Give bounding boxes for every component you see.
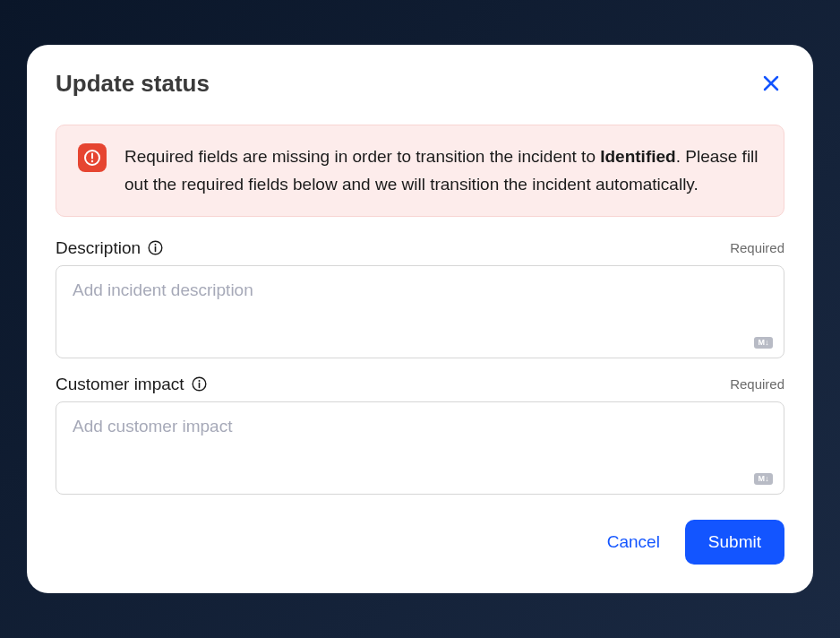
markdown-icon: M↓ <box>754 337 773 349</box>
svg-point-9 <box>198 380 200 382</box>
customer-impact-textarea-wrap: M↓ <box>56 401 784 495</box>
markdown-icon: M↓ <box>754 473 773 485</box>
modal-header: Update status <box>56 70 784 99</box>
modal-footer: Cancel Submit <box>56 520 784 565</box>
close-icon <box>761 73 781 96</box>
alert-banner: Required fields are missing in order to … <box>56 125 784 217</box>
customer-impact-label: Customer impact <box>56 375 207 394</box>
description-field-group: Description Required M↓ <box>56 238 784 358</box>
close-button[interactable] <box>758 70 784 99</box>
svg-point-4 <box>91 160 93 162</box>
modal-title: Update status <box>56 70 210 98</box>
info-icon[interactable] <box>192 376 207 392</box>
update-status-modal: Update status Required fields are missin… <box>27 45 813 593</box>
cancel-button[interactable]: Cancel <box>604 525 664 559</box>
alert-prefix: Required fields are missing in order to … <box>124 147 600 166</box>
customer-impact-field-group: Customer impact Required M↓ <box>56 375 784 495</box>
description-textarea[interactable] <box>56 266 784 354</box>
submit-button[interactable]: Submit <box>685 520 784 565</box>
alert-text: Required fields are missing in order to … <box>124 143 762 198</box>
field-label-row: Customer impact Required <box>56 375 784 394</box>
alert-icon <box>78 143 107 172</box>
description-textarea-wrap: M↓ <box>56 265 784 358</box>
info-icon[interactable] <box>148 240 163 255</box>
alert-status: Identified <box>600 147 675 166</box>
field-label-row: Description Required <box>56 238 784 258</box>
customer-impact-label-text: Customer impact <box>56 375 184 394</box>
description-label-text: Description <box>56 238 141 258</box>
description-label: Description <box>56 238 163 258</box>
svg-point-6 <box>155 244 157 246</box>
required-tag: Required <box>730 240 784 255</box>
required-tag: Required <box>730 376 784 392</box>
customer-impact-textarea[interactable] <box>56 402 784 490</box>
